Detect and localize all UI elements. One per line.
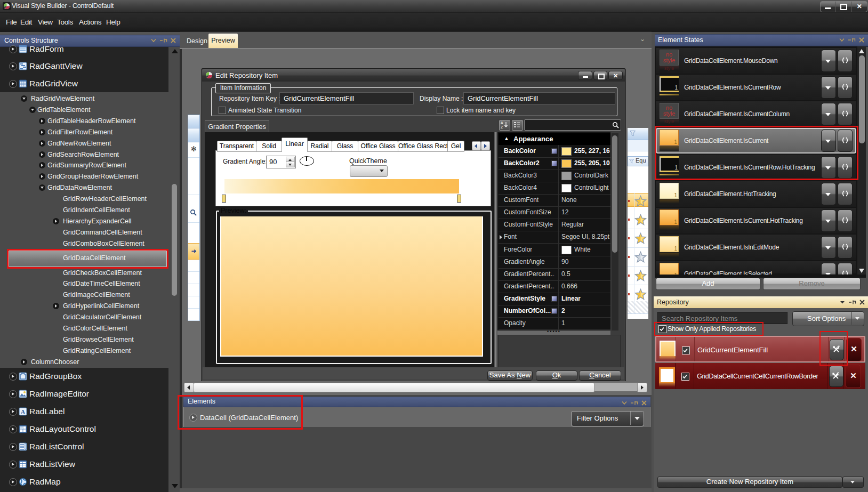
svg-text:A: A bbox=[501, 121, 503, 125]
svg-text:Z: Z bbox=[501, 125, 503, 129]
svg-text:A: A bbox=[21, 408, 25, 415]
